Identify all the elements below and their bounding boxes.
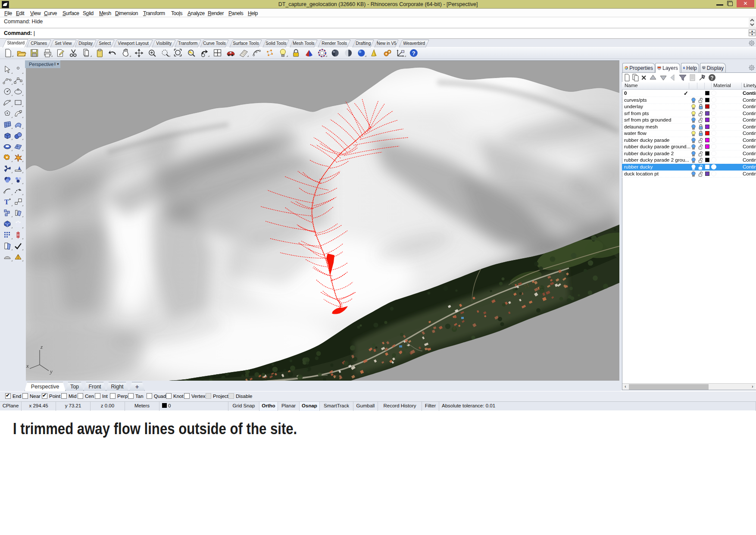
svg-text:✕: ✕ xyxy=(641,74,647,81)
svg-text:T: T xyxy=(4,198,9,206)
svg-text:z: z xyxy=(40,344,43,350)
svg-text:x: x xyxy=(26,363,29,369)
svg-text:y: y xyxy=(49,368,53,375)
svg-text:?: ? xyxy=(684,67,684,69)
svg-text:?: ? xyxy=(412,50,415,56)
svg-text:?: ? xyxy=(710,75,713,81)
